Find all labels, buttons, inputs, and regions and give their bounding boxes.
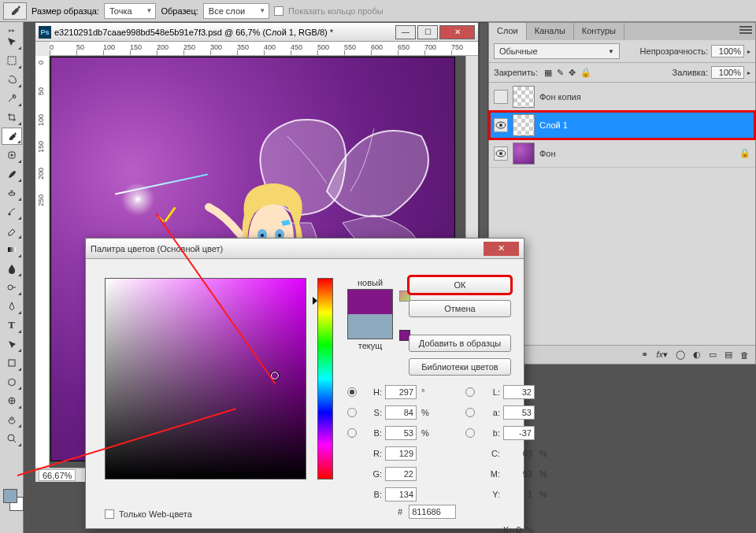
- web-only-checkbox[interactable]: [105, 509, 114, 519]
- lasso-tool[interactable]: [2, 71, 22, 88]
- brush-tool[interactable]: [2, 165, 22, 183]
- horizontal-ruler[interactable]: 0501001502002503003504004505005506006507…: [50, 42, 478, 56]
- layer-row[interactable]: Слой 1: [489, 111, 755, 139]
- lock-pixels-icon[interactable]: ✎: [557, 68, 564, 78]
- layer-mask-icon[interactable]: ◯: [676, 350, 685, 360]
- layer-thumbnail[interactable]: [513, 86, 535, 108]
- tab-paths[interactable]: Контуры: [574, 23, 624, 40]
- chevron-down-icon: ▼: [259, 7, 265, 14]
- color-picker-titlebar[interactable]: Палитра цветов (Основной цвет) ✕: [86, 239, 524, 259]
- layer-fx-icon[interactable]: fx▾: [656, 350, 668, 360]
- layer-name[interactable]: Фон копия: [539, 92, 581, 102]
- gradient-tool[interactable]: [2, 241, 22, 258]
- crop-tool[interactable]: [2, 109, 22, 126]
- ok-button[interactable]: ОК: [409, 276, 511, 294]
- tab-layers[interactable]: Слои: [489, 23, 527, 40]
- sample-source-select[interactable]: Все слои ▼: [203, 3, 269, 19]
- close-button[interactable]: ✕: [484, 242, 519, 256]
- visibility-toggle[interactable]: [494, 90, 508, 104]
- magic-wand-tool[interactable]: [2, 90, 22, 107]
- shape-tool[interactable]: [2, 354, 22, 372]
- g-input[interactable]: [385, 467, 417, 481]
- hue-radio[interactable]: [347, 387, 357, 397]
- 3d-camera-tool[interactable]: [2, 392, 22, 409]
- hue-pointer[interactable]: [313, 297, 317, 305]
- foreground-color-swatch[interactable]: [3, 489, 17, 503]
- chevron-down-icon: ▼: [146, 7, 153, 14]
- blue-input[interactable]: [385, 487, 417, 502]
- svg-point-7: [8, 435, 14, 441]
- group-icon[interactable]: ▭: [709, 350, 717, 360]
- current-color-swatch: [348, 314, 392, 339]
- vertical-ruler[interactable]: 050100 150200250: [35, 56, 50, 468]
- document-titlebar[interactable]: Ps e3210291db7caae998bd548e5b91e7f3.psd …: [35, 23, 478, 42]
- cancel-button[interactable]: Отмена: [409, 300, 511, 317]
- chevron-icon[interactable]: ▸: [747, 69, 750, 76]
- hex-input[interactable]: [409, 505, 456, 519]
- adjustment-layer-icon[interactable]: ◐: [693, 350, 701, 360]
- layer-row[interactable]: Фон копия: [489, 83, 755, 111]
- lock-transparency-icon[interactable]: ▦: [544, 68, 552, 78]
- lock-all-icon[interactable]: 🔒: [580, 68, 591, 78]
- marquee-tool[interactable]: [2, 52, 22, 69]
- fill-field[interactable]: 100%: [711, 66, 744, 79]
- hand-tool[interactable]: [2, 411, 22, 428]
- layer-row[interactable]: Фон 🔒: [489, 139, 755, 168]
- opacity-field[interactable]: 100%: [711, 45, 744, 57]
- blend-mode-select[interactable]: Обычные ▼: [494, 43, 620, 59]
- hue-slider[interactable]: [317, 278, 333, 479]
- clone-stamp-tool[interactable]: [2, 184, 22, 202]
- zoom-level[interactable]: 66,67%: [39, 469, 76, 481]
- saturation-value-field[interactable]: [105, 278, 306, 479]
- move-tool[interactable]: [2, 33, 22, 50]
- eyedropper-tool-icon: [3, 2, 27, 20]
- delete-layer-icon[interactable]: 🗑: [740, 350, 749, 360]
- history-brush-tool[interactable]: [2, 203, 22, 220]
- layer-name[interactable]: Слой 1: [539, 120, 568, 130]
- pen-tool[interactable]: [2, 298, 22, 315]
- tab-channels[interactable]: Каналы: [527, 23, 574, 40]
- bright-input[interactable]: [385, 426, 417, 440]
- bright-radio[interactable]: [347, 428, 357, 438]
- layer-thumbnail[interactable]: [513, 143, 535, 165]
- eraser-tool[interactable]: [2, 222, 22, 239]
- type-tool[interactable]: T: [2, 316, 22, 334]
- a-radio[interactable]: [465, 408, 475, 417]
- panel-menu-icon[interactable]: [739, 24, 752, 35]
- hue-input[interactable]: [385, 385, 417, 399]
- add-swatch-button[interactable]: Добавить в образцы: [409, 335, 511, 352]
- chevron-icon[interactable]: ▸: [747, 48, 750, 55]
- 3d-tool[interactable]: [2, 373, 22, 390]
- sat-radio[interactable]: [347, 408, 357, 417]
- a-input[interactable]: [503, 405, 535, 420]
- zoom-tool[interactable]: [2, 430, 22, 447]
- dodge-tool[interactable]: [2, 279, 22, 296]
- svg-rect-5: [9, 360, 15, 366]
- visibility-toggle[interactable]: [494, 146, 508, 161]
- r-input[interactable]: [385, 446, 417, 461]
- color-swatches[interactable]: [0, 489, 23, 520]
- layer-name[interactable]: Фон: [539, 149, 556, 158]
- svg-point-11: [261, 234, 264, 237]
- close-button[interactable]: ✕: [439, 25, 475, 39]
- path-select-tool[interactable]: [2, 335, 22, 353]
- b-radio[interactable]: [465, 428, 475, 438]
- healing-brush-tool[interactable]: [2, 146, 22, 164]
- color-libraries-button[interactable]: Библиотеки цветов: [409, 358, 511, 376]
- color-preview[interactable]: [347, 289, 393, 339]
- layer-thumbnail[interactable]: [513, 114, 535, 136]
- blur-tool[interactable]: [2, 260, 22, 277]
- show-ring-checkbox[interactable]: [274, 6, 284, 16]
- new-layer-icon[interactable]: ▤: [724, 350, 732, 360]
- l-radio[interactable]: [465, 387, 475, 397]
- maximize-button[interactable]: ☐: [417, 25, 438, 39]
- sample-size-select[interactable]: Точка ▼: [104, 3, 157, 19]
- lock-position-icon[interactable]: ✥: [569, 68, 576, 78]
- visibility-toggle[interactable]: [494, 118, 508, 132]
- l-input[interactable]: [503, 385, 535, 399]
- minimize-button[interactable]: —: [395, 25, 416, 39]
- sat-input[interactable]: [385, 405, 417, 420]
- link-layers-icon[interactable]: ⚭: [641, 350, 648, 360]
- eyedropper-tool[interactable]: [2, 128, 22, 145]
- b-input[interactable]: [503, 426, 535, 440]
